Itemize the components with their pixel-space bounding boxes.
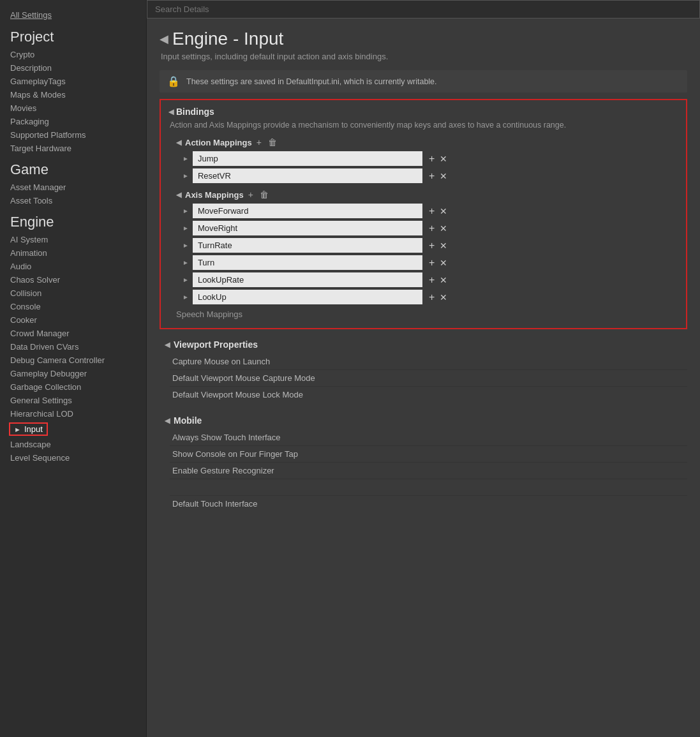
action-mappings-delete-button[interactable]: 🗑: [266, 137, 279, 147]
axis-mappings-label: Axis Mappings: [185, 190, 244, 200]
game-section-title: Game: [0, 155, 146, 181]
page-subtitle: Input settings, including default input …: [160, 52, 687, 61]
sidebar-item-description[interactable]: Description: [0, 61, 146, 75]
lookuprate-field[interactable]: [193, 272, 422, 287]
sidebar-item-audio[interactable]: Audio: [0, 260, 146, 273]
moveforward-actions: + ✕: [426, 206, 450, 216]
axis-mapping-lookuprate: ► + ✕: [168, 272, 678, 287]
mobile-arrow: ◀: [165, 417, 170, 425]
sidebar-item-animation[interactable]: Animation: [0, 246, 146, 260]
sidebar-item-asset-tools[interactable]: Asset Tools: [0, 194, 146, 207]
moveright-field[interactable]: [193, 221, 422, 235]
sidebar-item-console[interactable]: Console: [0, 300, 146, 313]
turn-add-button[interactable]: +: [426, 258, 437, 268]
sidebar-item-crowd-manager[interactable]: Crowd Manager: [0, 327, 146, 340]
sidebar-item-target-hardware[interactable]: Target Hardware: [0, 142, 146, 155]
sidebar-item-gameplay-debugger[interactable]: Gameplay Debugger: [0, 367, 146, 380]
moveforward-add-button[interactable]: +: [426, 206, 437, 216]
sidebar: All Settings Project Crypto Description …: [0, 0, 147, 737]
moveright-add-button[interactable]: +: [426, 223, 437, 234]
moveforward-field[interactable]: [193, 204, 422, 218]
lookup-actions: + ✕: [426, 292, 450, 302]
action-mapping-resetvr: ► + ✕: [168, 168, 678, 183]
sidebar-item-movies[interactable]: Movies: [0, 101, 146, 115]
sidebar-input-label: Input: [24, 424, 43, 434]
viewport-properties-arrow: ◀: [165, 341, 170, 349]
bindings-title: Bindings: [176, 107, 214, 117]
page-header: ◀ Engine - Input Input settings, includi…: [147, 19, 700, 64]
project-section-title: Project: [0, 22, 146, 48]
mobile-show-console[interactable]: Show Console on Four Finger Tap: [170, 446, 687, 463]
bindings-header: ◀ Bindings: [168, 107, 678, 117]
jump-remove-button[interactable]: ✕: [437, 154, 450, 163]
viewport-capture-mouse[interactable]: Capture Mouse on Launch: [170, 354, 687, 370]
mobile-header: ◀ Mobile: [160, 412, 687, 429]
resetvr-field[interactable]: [193, 168, 422, 183]
turnrate-remove-button[interactable]: ✕: [437, 241, 450, 250]
moveright-actions: + ✕: [426, 223, 450, 234]
sidebar-item-level-sequence[interactable]: Level Sequence: [0, 451, 146, 465]
viewport-properties-header: ◀ Viewport Properties: [160, 336, 687, 354]
sidebar-item-crypto[interactable]: Crypto: [0, 48, 146, 61]
action-mappings-label: Action Mappings: [185, 138, 252, 147]
mobile-default-touch-interface[interactable]: Default Touch Interface: [170, 496, 687, 512]
axis-mapping-lookup: ► + ✕: [168, 290, 678, 304]
lookup-remove-button[interactable]: ✕: [437, 293, 450, 302]
sidebar-item-data-driven-cvars[interactable]: Data Driven CVars: [0, 340, 146, 354]
sidebar-item-supported-platforms[interactable]: Supported Platforms: [0, 128, 146, 142]
page-title-arrow: ◀: [160, 32, 168, 46]
turn-field[interactable]: [193, 255, 422, 270]
sidebar-item-collision[interactable]: Collision: [0, 287, 146, 300]
lookup-field[interactable]: [193, 290, 422, 304]
jump-actions: + ✕: [426, 154, 450, 164]
moveforward-remove-button[interactable]: ✕: [437, 207, 450, 216]
sidebar-item-garbage-collection[interactable]: Garbage Collection: [0, 380, 146, 394]
mobile-always-show-touch[interactable]: Always Show Touch Interface: [170, 429, 687, 446]
axis-mappings-header: ◀ Axis Mappings + 🗑: [168, 190, 678, 200]
viewport-properties-section: ◀ Viewport Properties Capture Mouse on L…: [160, 336, 687, 406]
lookuprate-add-button[interactable]: +: [426, 275, 437, 285]
sidebar-item-cooker[interactable]: Cooker: [0, 313, 146, 327]
action-mappings-header: ◀ Action Mappings + 🗑: [168, 137, 678, 147]
axis-mapping-moveright: ► + ✕: [168, 221, 678, 235]
lookuprate-actions: + ✕: [426, 275, 450, 285]
turnrate-field[interactable]: [193, 238, 422, 253]
viewport-default-lock-mode[interactable]: Default Viewport Mouse Lock Mode: [170, 387, 687, 403]
sidebar-item-ai-system[interactable]: AI System: [0, 233, 146, 246]
search-input[interactable]: [147, 0, 700, 19]
sidebar-item-hierarchical-lod[interactable]: Hierarchical LOD: [0, 407, 146, 421]
jump-field[interactable]: [193, 151, 422, 166]
moveright-remove-button[interactable]: ✕: [437, 224, 450, 233]
mobile-title: Mobile: [174, 415, 202, 426]
sidebar-item-chaos-solver[interactable]: Chaos Solver: [0, 273, 146, 287]
moveforward-expand-arrow: ►: [182, 207, 189, 214]
jump-add-button[interactable]: +: [426, 154, 437, 164]
mobile-enable-gesture[interactable]: Enable Gesture Recognizer: [170, 463, 687, 479]
axis-mappings-delete-button[interactable]: 🗑: [258, 190, 271, 200]
speech-mappings[interactable]: Speech Mappings: [168, 309, 678, 319]
lookuprate-remove-button[interactable]: ✕: [437, 276, 450, 285]
action-mappings-arrow: ◀: [176, 138, 181, 147]
sidebar-item-general-settings[interactable]: General Settings: [0, 394, 146, 407]
sidebar-item-gameplaytags[interactable]: GameplayTags: [0, 75, 146, 88]
axis-mapping-turnrate: ► + ✕: [168, 238, 678, 253]
resetvr-remove-button[interactable]: ✕: [437, 172, 450, 181]
sidebar-item-landscape[interactable]: Landscape: [0, 438, 146, 451]
turn-remove-button[interactable]: ✕: [437, 258, 450, 267]
sidebar-item-debug-camera-controller[interactable]: Debug Camera Controller: [0, 354, 146, 367]
all-settings-link[interactable]: All Settings: [0, 8, 146, 22]
sidebar-item-maps-modes[interactable]: Maps & Modes: [0, 88, 146, 101]
sidebar-item-packaging[interactable]: Packaging: [0, 115, 146, 128]
mobile-spacer: [170, 479, 687, 496]
mobile-section: ◀ Mobile Always Show Touch Interface Sho…: [160, 412, 687, 516]
resetvr-add-button[interactable]: +: [426, 171, 437, 181]
axis-mapping-moveforward: ► + ✕: [168, 204, 678, 218]
axis-mappings-add-button[interactable]: +: [246, 190, 255, 200]
mobile-content: Always Show Touch Interface Show Console…: [160, 429, 687, 516]
action-mappings-add-button[interactable]: +: [255, 137, 264, 147]
sidebar-item-asset-manager[interactable]: Asset Manager: [0, 181, 146, 194]
turnrate-add-button[interactable]: +: [426, 241, 437, 251]
lookup-add-button[interactable]: +: [426, 292, 437, 302]
sidebar-item-input[interactable]: ► Input: [0, 421, 146, 438]
viewport-default-capture-mode[interactable]: Default Viewport Mouse Capture Mode: [170, 370, 687, 387]
